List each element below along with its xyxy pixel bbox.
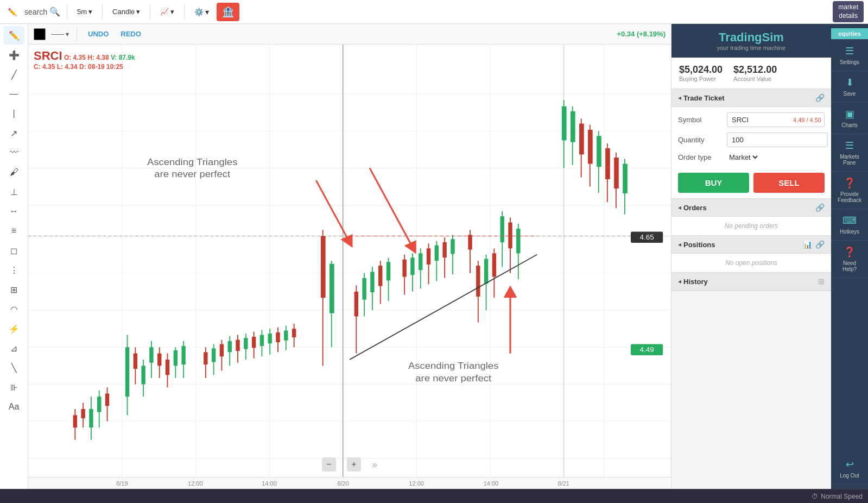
logout-item[interactable]: ↩ Log Out — [831, 453, 868, 485]
far-right-bar: equities ☰ Settings ⬇ Save ▣ Charts ☰ Ma… — [831, 24, 868, 489]
trade-ticket-title: Trade Ticket — [683, 94, 815, 102]
freehand-tool[interactable]: 〰 — [4, 143, 24, 162]
help-icon: ❓ — [844, 246, 856, 258]
line-style-button[interactable]: —— ▾ — [51, 30, 69, 38]
arc-tool[interactable]: ◠ — [4, 300, 24, 318]
markets-pane-item[interactable]: ☰ Markets Pane — [831, 134, 868, 172]
positions-empty-msg: No open positions — [671, 254, 831, 272]
svg-rect-126 — [614, 158, 619, 188]
buy-button[interactable]: BUY — [678, 173, 749, 193]
feedback-icon: ❓ — [844, 177, 856, 189]
zoom-out-button[interactable]: − — [322, 457, 336, 471]
ray-tool[interactable]: ↗ — [4, 124, 24, 142]
search-icon: 🔍 — [49, 7, 60, 17]
ohlcv-label: SRCI O: 4.35 H: 4.38 V: 87.9k C: 4.35 L:… — [34, 49, 135, 71]
charts-item[interactable]: ▣ Charts — [831, 103, 868, 134]
positions-link-icon[interactable]: 🔗 — [815, 240, 825, 249]
settings-icon: ☰ — [845, 45, 854, 57]
redo-button[interactable]: REDO — [117, 29, 144, 39]
equities-badge[interactable]: equities — [831, 28, 868, 40]
svg-rect-112 — [516, 229, 520, 253]
line-tool[interactable]: ╱ — [4, 65, 24, 84]
draw-tool-button[interactable]: ✏️ — [4, 5, 20, 18]
normal-speed-label: ⏱ Normal Speed — [812, 493, 863, 500]
history-header[interactable]: ◂ History ⊞ — [671, 273, 831, 291]
undo-button[interactable]: UNDO — [85, 29, 112, 39]
brush-tool[interactable]: 🖌 — [4, 163, 24, 181]
magnet-tool[interactable]: ⊥ — [4, 183, 24, 201]
search-area[interactable]: search 🔍 — [24, 7, 60, 17]
cursor-tool[interactable]: ✏️ — [4, 26, 24, 45]
svg-text:4.49: 4.49 — [639, 346, 654, 354]
positions-header[interactable]: ◂ Positions 📊 🔗 — [671, 236, 831, 254]
help-item[interactable]: ❓ Need Help? — [831, 241, 868, 278]
eraser-tool[interactable]: ◻ — [4, 241, 24, 260]
crosshair-tool[interactable]: ➕ — [4, 46, 24, 64]
chart-toolbar: —— ▾ UNDO REDO +0.34 (+8.19%) — [28, 24, 671, 45]
measure-tool[interactable]: ↔ — [4, 202, 24, 221]
settings-icon-button[interactable]: ⚙️ ▾ — [191, 5, 212, 18]
svg-rect-116 — [571, 111, 575, 142]
svg-rect-56 — [236, 340, 239, 351]
horizontal-line-tool[interactable]: — — [4, 85, 24, 103]
bar-count-tool[interactable]: ⊪ — [4, 378, 24, 397]
brand-header: TradingSim your trading time machine — [671, 24, 831, 58]
x-axis-label-1400b: 14:00 — [484, 480, 499, 487]
hotkeys-item[interactable]: ⌨ Hotkeys — [831, 209, 868, 241]
settings-item[interactable]: ☰ Settings — [831, 40, 868, 71]
x-axis-label-1200a: 12:00 — [188, 480, 203, 487]
feedback-item[interactable]: ❓ Provide Feedback — [831, 172, 868, 209]
divider — [102, 4, 103, 20]
chart-canvas[interactable]: SRCI O: 4.35 H: 4.38 V: 87.9k C: 4.35 L:… — [28, 45, 671, 477]
pitchfork-tool[interactable]: ⚡ — [4, 319, 24, 338]
svg-rect-34 — [134, 354, 137, 369]
timeframe-button[interactable]: 5m ▾ — [74, 5, 96, 18]
bank-button[interactable]: 🏦 — [217, 3, 239, 21]
svg-rect-118 — [579, 124, 584, 155]
order-type-select[interactable]: Market Limit Stop — [727, 153, 759, 162]
svg-rect-88 — [410, 257, 414, 275]
symbol-input-wrapper: 4.49 / 4.50 — [727, 112, 825, 127]
svg-rect-104 — [484, 259, 488, 284]
low-label: L: 4.34 — [57, 63, 78, 71]
price-change-label: +0.34 (+8.19%) — [617, 30, 666, 38]
zoom-in-button[interactable]: + — [347, 457, 361, 471]
candle-type-button[interactable]: Candle ▾ — [109, 5, 143, 18]
buying-power-value: $5,024.00 — [679, 64, 723, 75]
svg-rect-86 — [402, 260, 406, 277]
orders-empty-msg: No pending orders — [671, 217, 831, 235]
save-item[interactable]: ⬇ Save — [831, 71, 868, 103]
symbol-display: SRCI — [34, 49, 62, 62]
svg-rect-28 — [97, 397, 101, 412]
fibonacci-tool[interactable]: ⋮ — [4, 261, 24, 279]
open-label: O: 4.35 — [64, 54, 86, 61]
svg-rect-92 — [427, 248, 430, 265]
trade-ticket-link-icon[interactable]: 🔗 — [815, 93, 825, 102]
date-label: D: 08-19 10:25 — [79, 63, 123, 71]
pattern-tool[interactable]: ⊞ — [4, 280, 24, 299]
fast-forward-button[interactable]: » — [372, 459, 377, 470]
svg-rect-54 — [228, 341, 232, 352]
account-info: $5,024.00 Buying Power $2,512.00 Account… — [671, 58, 831, 89]
gann-tool[interactable]: ⊿ — [4, 339, 24, 357]
svg-rect-96 — [442, 242, 446, 257]
svg-rect-32 — [125, 347, 129, 397]
sell-button[interactable]: SELL — [753, 173, 825, 193]
trade-ticket-header[interactable]: ◂ Trade Ticket 🔗 — [671, 89, 831, 107]
chart-type-button[interactable]: 📈 ▾ — [157, 5, 178, 18]
divider — [67, 4, 67, 20]
svg-rect-22 — [73, 415, 77, 427]
orders-link-icon[interactable]: 🔗 — [815, 203, 825, 212]
horizontal-channel[interactable]: ≡ — [4, 222, 24, 240]
text-tool[interactable]: Aa — [4, 398, 24, 416]
quantity-input[interactable] — [727, 133, 828, 147]
history-section: ◂ History ⊞ — [671, 273, 831, 291]
svg-rect-70 — [292, 329, 296, 337]
vertical-line-tool[interactable]: | — [4, 104, 24, 123]
market-details-button[interactable]: market details — [833, 1, 864, 22]
close-label: C: 4.35 — [34, 63, 55, 71]
account-value: $2,512.00 — [733, 64, 777, 75]
color-swatch[interactable] — [34, 28, 46, 40]
orders-header[interactable]: ◂ Orders 🔗 — [671, 199, 831, 217]
trendline-tool[interactable]: ╲ — [4, 359, 24, 377]
